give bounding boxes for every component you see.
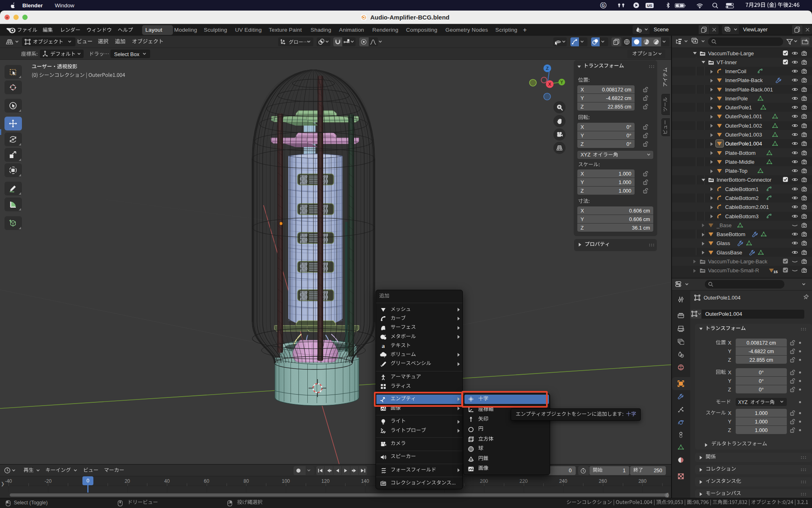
svg-text:US: US (647, 4, 652, 8)
svg-text:G: G (602, 3, 605, 8)
svg-text:a: a (382, 343, 385, 349)
svg-text:X: X (548, 82, 551, 87)
svg-text:Y: Y (560, 80, 563, 85)
svg-text:Z: Z (546, 66, 549, 71)
